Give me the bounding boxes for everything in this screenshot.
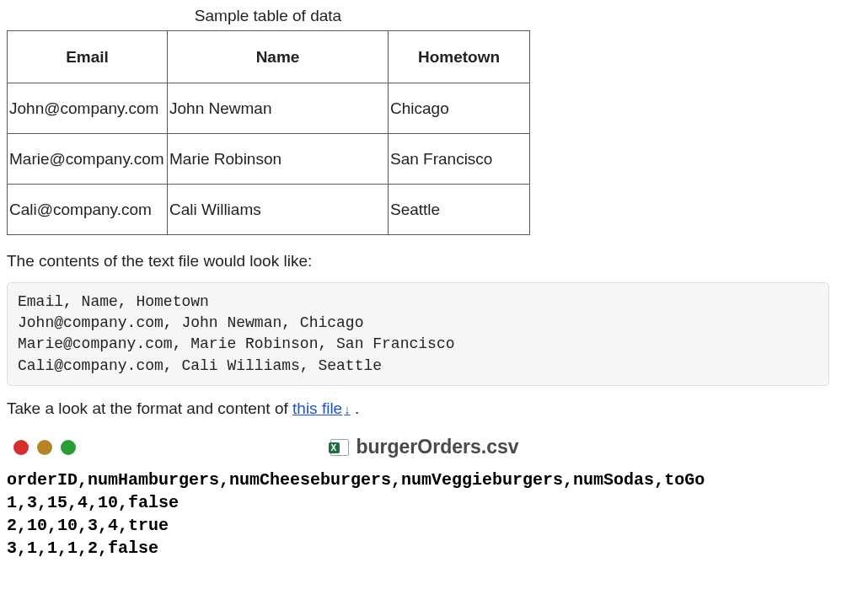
window-title: burgerOrders.csv [7,436,843,458]
cell-hometown: San Francisco [389,134,530,185]
col-header-hometown: Hometown [389,31,530,83]
window-title-text: burgerOrders.csv [356,436,518,458]
traffic-lights [13,440,76,455]
link-suffix: . [351,399,360,417]
cell-email: Cali@company.com [8,185,168,235]
table-caption: Sample table of data [7,7,529,25]
cell-name: Marie Robinson [168,134,389,185]
cell-hometown: Seattle [389,185,530,235]
link-prefix: Take a look at the format and content of [7,399,292,417]
cell-email: Marie@company.com [8,134,168,185]
this-file-link[interactable]: this file [292,399,342,417]
intro-text: The contents of the text file would look… [7,252,856,271]
cell-hometown: Chicago [389,83,530,134]
col-header-name: Name [168,31,389,83]
cell-email: John@company.com [8,83,168,134]
csv-preview-window: burgerOrders.csv orderID,numHamburgers,n… [7,435,843,560]
download-icon[interactable]: ↓ [344,402,351,416]
zoom-icon[interactable] [61,440,76,455]
col-header-email: Email [8,31,168,83]
csv-file-body: orderID,numHamburgers,numCheeseburgers,n… [7,469,843,560]
table-header-row: Email Name Hometown [8,31,530,83]
table-row: Marie@company.com Marie Robinson San Fra… [8,134,530,185]
minimize-icon[interactable] [37,440,52,455]
table-row: Cali@company.com Cali Williams Seattle [8,185,530,235]
file-link-line: Take a look at the format and content of… [7,399,856,418]
window-titlebar: burgerOrders.csv [7,435,843,460]
spreadsheet-file-icon [330,439,349,456]
cell-name: John Newman [168,83,389,134]
sample-table: Email Name Hometown John@company.com Joh… [7,30,530,235]
cell-name: Cali Williams [168,185,389,235]
table-row: John@company.com John Newman Chicago [8,83,530,134]
close-icon[interactable] [13,440,29,455]
csv-text-file-contents: Email, Name, Hometown John@company.com, … [7,282,829,386]
